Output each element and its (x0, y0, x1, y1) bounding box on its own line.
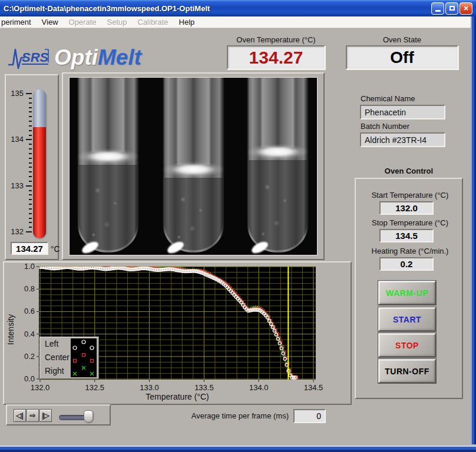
legend-center-label: Center (45, 353, 70, 362)
thermometer-mercury (33, 127, 46, 238)
legend-left-label: Left (45, 339, 58, 348)
start-temperature-label: Start Temperature (°C) (356, 191, 464, 200)
playback-control-panel: ◁| ⇨ |▷ (6, 404, 111, 426)
heating-rate-field[interactable]: 0.2 (379, 257, 434, 271)
product-name: OptiMelt (54, 45, 141, 70)
svg-text:0.8: 0.8 (24, 284, 35, 293)
chemical-name-label: Chemical Name (361, 94, 415, 103)
chart-legend: Left Center Right (39, 337, 99, 379)
frame-slider-thumb[interactable] (84, 410, 93, 423)
intensity-chart-panel: 132.0132.5133.0133.5134.0134.50.00.20.40… (3, 261, 352, 405)
close-icon: ✕ (463, 5, 468, 12)
heating-rate-label: Heating Rate (°C/min.) (356, 247, 464, 255)
camera-view-panel (62, 72, 325, 260)
svg-text:0.2: 0.2 (24, 352, 35, 361)
oven-state-display: Off (346, 45, 458, 69)
prev-frame-button[interactable]: ◁| (14, 409, 26, 422)
batch-number-field[interactable]: Aldrich #23TR-I4 (360, 132, 445, 147)
stop-temperature-label: Stop Temperature (°C) (356, 218, 464, 227)
minimize-button[interactable] (431, 2, 444, 15)
thermometer-scale: 132133134135 (6, 75, 58, 259)
svg-text:Intensity: Intensity (6, 314, 15, 345)
svg-text:SRS: SRS (22, 50, 49, 65)
oven-control-title: Oven Control (355, 167, 463, 175)
menu-item-setup[interactable]: Setup (102, 16, 133, 28)
svg-text:133.5: 133.5 (194, 383, 214, 392)
legend-right-label: Right (45, 366, 64, 375)
svg-text:0.6: 0.6 (24, 307, 35, 315)
svg-text:Temperature (°C): Temperature (°C) (146, 392, 209, 401)
main-content: SRS OptiMelt Oven Temperature (°C) 134.2… (0, 28, 471, 446)
srs-waveform-icon: SRS (7, 45, 51, 71)
oven-temperature-value: 134.27 (249, 48, 303, 68)
intensity-chart[interactable]: 132.0132.5133.0133.5134.0134.50.00.20.40… (4, 262, 351, 404)
start-button[interactable]: START (378, 307, 436, 331)
svg-text:132.0: 132.0 (31, 383, 50, 392)
menu-item-operate[interactable]: Operate (64, 16, 102, 28)
window-border-right (471, 16, 476, 452)
play-button[interactable]: ⇨ (27, 409, 39, 422)
menu-item-calibrate[interactable]: Calibrate (133, 16, 174, 28)
menu-bar: periment View Operate Setup Calibrate He… (0, 16, 476, 28)
sample-camera-image (69, 77, 318, 255)
srs-optimelt-logo: SRS OptiMelt (7, 45, 141, 71)
capillary-tube-left (77, 78, 139, 252)
oven-state-label: Oven State (346, 35, 458, 44)
stop-temperature-field[interactable]: 134.5 (379, 229, 434, 242)
warm-up-button[interactable]: WARM-UP (378, 281, 436, 305)
svg-text:134.0: 134.0 (249, 383, 269, 392)
maximize-button[interactable] (445, 2, 458, 15)
window-border-bottom (0, 444, 476, 452)
oven-control-panel: Start Temperature (°C) 132.0 Stop Temper… (355, 178, 463, 399)
stop-button[interactable]: STOP (378, 333, 436, 357)
menu-item-help[interactable]: Help (174, 16, 200, 28)
close-button[interactable]: ✕ (460, 2, 472, 15)
oven-temperature-display: 134.27 (227, 45, 325, 69)
capillary-tube-right (247, 78, 309, 252)
thermometer-panel: 132133134135 134.27 °C (5, 74, 59, 260)
svg-text:0.4: 0.4 (24, 330, 35, 338)
next-frame-button[interactable]: |▷ (39, 409, 52, 422)
svg-text:132.5: 132.5 (85, 383, 105, 392)
capillary-tube-center (163, 78, 224, 252)
svg-text:1.0: 1.0 (24, 262, 35, 271)
thermometer-unit-label: °C (51, 244, 60, 254)
thermometer-readout: 134.27 (11, 242, 48, 255)
minimize-icon (435, 10, 441, 12)
oven-temperature-label: Oven Temperature (°C) (227, 35, 325, 44)
chemical-name-field[interactable]: Phenacetin (360, 105, 445, 119)
avg-time-per-frame-label: Average time per frame (ms) (141, 411, 289, 420)
svg-text:0.0: 0.0 (24, 374, 35, 383)
legend-marker-samples (71, 338, 97, 377)
menu-item-view[interactable]: View (37, 16, 64, 28)
batch-number-label: Batch Number (361, 122, 409, 131)
svg-text:134.5: 134.5 (304, 383, 323, 392)
svg-text:133.0: 133.0 (140, 383, 159, 392)
oven-state-value: Off (390, 48, 414, 67)
thermometer-tube (33, 89, 46, 238)
title-bar: C:\Optimelt-Data\phenacetin3mmlowspeed.O… (0, 0, 476, 16)
maximize-icon (449, 6, 455, 11)
avg-time-per-frame-field[interactable]: 0 (293, 409, 326, 423)
start-temperature-field[interactable]: 132.0 (379, 201, 434, 215)
turn-off-button[interactable]: TURN-OFF (378, 359, 436, 383)
menu-item-experiment[interactable]: periment (0, 16, 37, 28)
window-title: C:\Optimelt-Data\phenacetin3mmlowspeed.O… (4, 4, 430, 13)
